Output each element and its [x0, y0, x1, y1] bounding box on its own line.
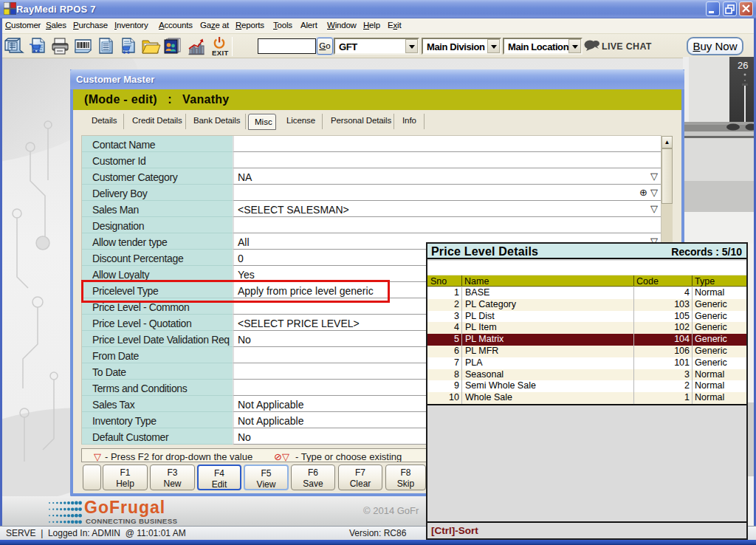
- svg-text:26: 26: [738, 60, 748, 71]
- svg-text:EXIT: EXIT: [212, 49, 229, 57]
